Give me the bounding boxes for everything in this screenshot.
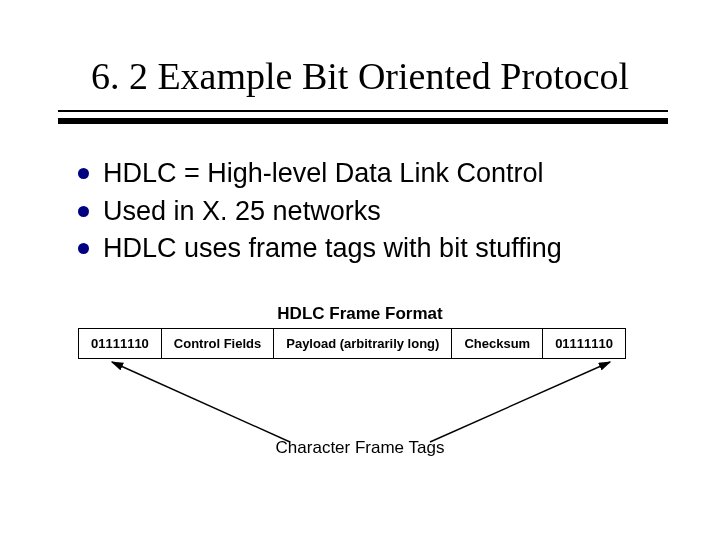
frame-cell-control: Control Fields	[162, 328, 274, 359]
bullet-text: HDLC uses frame tags with bit stuffing	[103, 231, 562, 267]
title-rule-thin	[58, 110, 668, 112]
list-item: Used in X. 25 networks	[78, 194, 668, 230]
frame-table: 01111110 Control Fields Payload (arbitra…	[78, 328, 626, 359]
slide: 6. 2 Example Bit Oriented Protocol HDLC …	[0, 0, 720, 540]
bullet-list: HDLC = High-level Data Link Control Used…	[78, 156, 668, 269]
arrow-left	[112, 362, 290, 442]
bullet-icon	[78, 206, 89, 217]
frame-cell-flag-end: 01111110	[543, 328, 626, 359]
frame-caption: Character Frame Tags	[0, 438, 720, 458]
bullet-text: Used in X. 25 networks	[103, 194, 381, 230]
frame-cell-checksum: Checksum	[452, 328, 543, 359]
bullet-icon	[78, 243, 89, 254]
frame-cell-payload: Payload (arbitrarily long)	[274, 328, 452, 359]
bullet-text: HDLC = High-level Data Link Control	[103, 156, 543, 192]
arrow-right	[430, 362, 610, 442]
list-item: HDLC = High-level Data Link Control	[78, 156, 668, 192]
slide-title: 6. 2 Example Bit Oriented Protocol	[0, 54, 720, 98]
list-item: HDLC uses frame tags with bit stuffing	[78, 231, 668, 267]
frame-cell-flag-start: 01111110	[78, 328, 162, 359]
frame-title: HDLC Frame Format	[0, 304, 720, 324]
bullet-icon	[78, 168, 89, 179]
title-rule-thick	[58, 118, 668, 124]
